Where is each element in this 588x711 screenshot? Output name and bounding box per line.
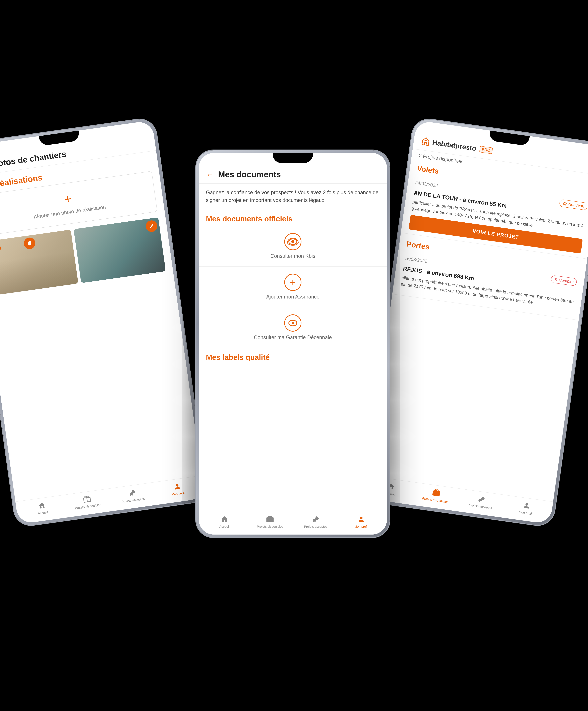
bottom-nav-2: Accueil Projets disponibles xyxy=(199,512,387,535)
hammer-icon-3 xyxy=(477,494,486,504)
logo-pro-badge: PRO xyxy=(479,146,493,154)
screen-title-2: Mes documents xyxy=(218,169,281,179)
complet-label: Complet xyxy=(559,278,574,284)
garantie-label: Consulter ma Garantie Décennale xyxy=(254,335,332,341)
back-button-2[interactable]: ← xyxy=(206,170,214,179)
nav-mon-profil-3[interactable]: Mon profil xyxy=(503,498,550,518)
phone-1: ← Photos de chantiers Mes réalisations +… xyxy=(0,117,208,527)
person-icon-1 xyxy=(173,482,182,491)
project-date-1: 24/03/2022 xyxy=(415,180,438,188)
assurance-plus-icon: + xyxy=(284,274,301,291)
nav-mon-profil-1[interactable]: Mon profil xyxy=(154,479,201,499)
nav-projets-acc-label-3: Projets acceptés xyxy=(469,503,492,510)
nav-projets-acc-2[interactable]: Projets acceptés xyxy=(293,515,339,529)
nav-accueil-label-1: Accueil xyxy=(38,510,48,516)
kbis-label: Consulter mon Kbis xyxy=(270,253,315,259)
nav-projets-acc-1[interactable]: Projets acceptés xyxy=(109,486,156,505)
add-photo-label: Ajouter une photo de réalisation xyxy=(33,204,106,220)
photo-item-2[interactable] xyxy=(73,217,166,283)
kbis-eye-icon xyxy=(284,233,301,250)
nav-accueil-1[interactable]: Accueil xyxy=(19,498,66,518)
nav-projets-dispo-label-2: Projets disponibles xyxy=(257,525,283,529)
person-icon-3 xyxy=(522,501,531,511)
box-icon-2 xyxy=(266,515,275,524)
person-icon-2 xyxy=(357,515,366,524)
project-date-2: 16/03/2022 xyxy=(404,256,428,264)
photo-item-1[interactable] xyxy=(0,230,78,295)
svg-point-3 xyxy=(292,322,294,324)
assurance-label: Ajouter mon Assurance xyxy=(266,294,320,300)
hammer-icon-2 xyxy=(311,515,320,524)
nav-projets-acc-label-2: Projets acceptés xyxy=(304,525,327,529)
svg-point-0 xyxy=(289,239,297,244)
logo-text: Habitatpresto xyxy=(432,138,477,153)
phone-3: Habitatpresto PRO 2 Projets disponibles … xyxy=(361,117,588,527)
nav-accueil-label-2: Accueil xyxy=(219,525,230,529)
home-icon-2 xyxy=(220,515,229,524)
phone-2: ← Mes documents Gagnez la confiance de v… xyxy=(196,150,390,537)
nav-projets-acc-label-1: Projets acceptés xyxy=(122,497,145,504)
header-2: ← Mes documents xyxy=(199,164,387,184)
doc-section-title: Mes documents officiels xyxy=(199,209,387,226)
nav-projets-dispo-label-3: Projets disponibles xyxy=(422,496,449,504)
badge-nouveau: Nouveau xyxy=(559,199,588,210)
badge-complet: ✕ Complet xyxy=(550,275,577,286)
nav-mon-profil-2[interactable]: Mon profil xyxy=(339,515,384,529)
nav-projets-acc-3[interactable]: Projets acceptés xyxy=(458,492,505,512)
screen-1-content: ← Photos de chantiers Mes réalisations +… xyxy=(0,131,202,502)
svg-point-1 xyxy=(292,240,294,243)
doc-garantie[interactable]: Consulter ma Garantie Décennale xyxy=(199,307,387,348)
notch-2 xyxy=(273,153,313,163)
nav-projets-dispo-3[interactable]: Projets disponibles xyxy=(412,486,460,505)
nav-mon-profil-label-3: Mon profil xyxy=(519,510,533,516)
box-icon-3 xyxy=(432,488,441,498)
nav-projets-dispo-label-1: Projets disponibles xyxy=(75,503,102,510)
nav-projets-dispo-2[interactable]: Projets disponibles xyxy=(247,515,293,529)
add-photo-plus-icon: + xyxy=(60,191,76,207)
nav-projets-dispo-1[interactable]: Projets disponibles xyxy=(64,492,111,512)
doc-kbis[interactable]: Consulter mon Kbis xyxy=(199,226,387,266)
home-icon-1 xyxy=(37,501,47,511)
garantie-eye-icon xyxy=(284,315,301,331)
nouveau-label: Nouveau xyxy=(568,202,584,209)
screen-2-content: ← Mes documents Gagnez la confiance de v… xyxy=(199,164,387,512)
nav-mon-profil-label-1: Mon profil xyxy=(171,491,186,497)
nav-mon-profil-label-2: Mon profil xyxy=(354,525,368,529)
hammer-icon-1 xyxy=(127,488,137,498)
labels-section-title: Mes labels qualité xyxy=(199,348,387,364)
box-icon-1 xyxy=(82,494,92,504)
habitatpresto-logo-icon xyxy=(420,136,431,147)
screen-3-content: Habitatpresto PRO 2 Projets disponibles … xyxy=(367,131,588,502)
doc-assurance[interactable]: + Ajouter mon Assurance xyxy=(199,266,387,307)
svg-marker-4 xyxy=(563,201,567,206)
doc-intro-text: Gagnez la confiance de vos prospects ! V… xyxy=(199,184,387,209)
nav-accueil-2[interactable]: Accueil xyxy=(202,515,247,529)
